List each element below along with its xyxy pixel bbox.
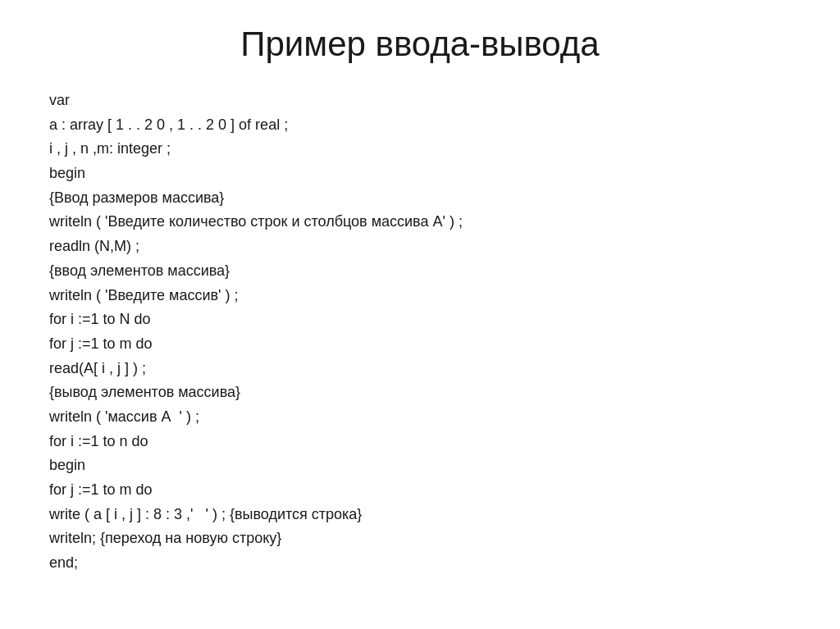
code-line: write ( a [ i , j ] : 8 : 3 ,' ' ) ; {вы… <box>49 503 791 527</box>
code-line: readln (N,M) ; <box>49 235 791 259</box>
code-line: begin <box>49 162 791 186</box>
code-line: writeln ( 'массив А ' ) ; <box>49 405 791 430</box>
code-line: writeln; {переход на новую строку} <box>49 526 791 551</box>
code-block: vara : array [ 1 . . 2 0 , 1 . . 2 0 ] o… <box>49 89 791 576</box>
code-line: {Ввод размеров массива} <box>49 186 791 211</box>
code-line: for j :=1 to m do <box>49 332 791 357</box>
page-title: Пример ввода-вывода <box>49 25 791 64</box>
code-line: for i :=1 to n do <box>49 430 791 454</box>
code-line: i , j , n ,m: integer ; <box>49 137 791 162</box>
code-line: {вывод элементов массива} <box>49 381 791 405</box>
code-line: {ввод элементов массива} <box>49 259 791 284</box>
code-line: writeln ( 'Введите количество строк и ст… <box>49 210 791 235</box>
code-line: end; <box>49 551 791 576</box>
code-line: writeln ( 'Введите массив' ) ; <box>49 284 791 308</box>
code-line: a : array [ 1 . . 2 0 , 1 . . 2 0 ] of r… <box>49 113 791 138</box>
code-line: for i :=1 to N do <box>49 308 791 332</box>
code-line: read(A[ i , j ] ) ; <box>49 357 791 381</box>
code-line: var <box>49 89 791 113</box>
code-line: begin <box>49 454 791 478</box>
code-line: for j :=1 to m do <box>49 478 791 503</box>
